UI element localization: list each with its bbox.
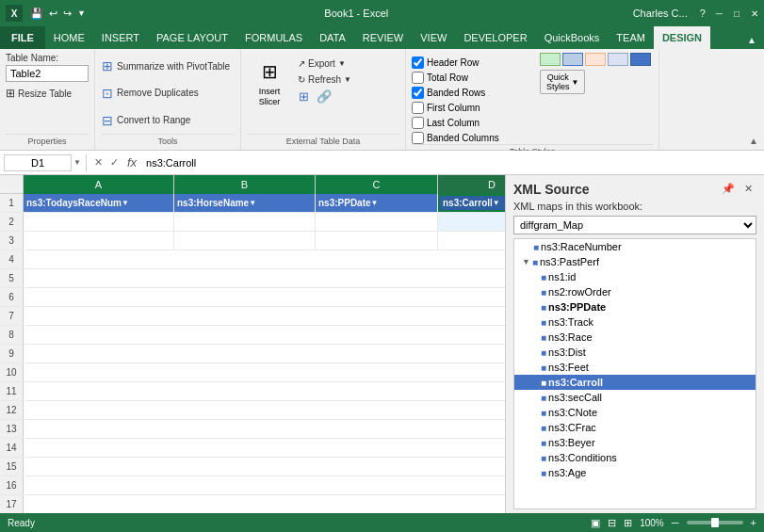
- header-row-check[interactable]: [412, 56, 424, 69]
- cell-c1[interactable]: ns3:PPDate ▼: [316, 194, 438, 212]
- tools-group: ⊞ Summarize with PivotTable ⊡ Remove Dup…: [95, 49, 241, 150]
- status-zoom-plus[interactable]: +: [751, 517, 756, 528]
- tab-design[interactable]: DESIGN: [654, 26, 710, 49]
- status-zoom-slider[interactable]: [687, 521, 743, 524]
- help-btn[interactable]: ?: [695, 6, 710, 21]
- cell-d1[interactable]: ns3:Carroll ▼: [438, 194, 505, 212]
- col-header-c[interactable]: C: [316, 175, 438, 194]
- quick-undo-btn[interactable]: ↩: [47, 6, 59, 22]
- convert-range-btn[interactable]: ⊟ Convert to Range: [101, 111, 235, 130]
- xml-tree-item-ppdate[interactable]: ■ ns3:PPDate: [514, 299, 756, 314]
- tab-file[interactable]: FILE: [0, 26, 45, 49]
- xml-tree-item-id[interactable]: ■ ns1:id: [514, 269, 756, 284]
- tab-view[interactable]: VIEW: [412, 26, 455, 49]
- remove-duplicates-btn[interactable]: ⊡ Remove Duplicates: [101, 84, 235, 103]
- table-data-btn2[interactable]: 🔗: [314, 89, 334, 105]
- tab-review[interactable]: REVIEW: [354, 26, 412, 49]
- col-header-a[interactable]: A: [24, 175, 174, 194]
- tab-team[interactable]: TEAM: [608, 26, 654, 49]
- row-num: 14: [0, 439, 24, 457]
- xml-tree-item-age[interactable]: ■ ns3:Age: [514, 465, 756, 480]
- formula-input[interactable]: [142, 155, 760, 170]
- xml-element-icon: ■: [541, 453, 546, 463]
- minimize-btn[interactable]: ─: [710, 7, 728, 21]
- table-name-input[interactable]: [6, 65, 89, 82]
- resize-icon: ⊞: [6, 87, 15, 100]
- col-header-b[interactable]: B: [174, 175, 316, 194]
- col-header-d[interactable]: D: [438, 175, 505, 194]
- tab-home[interactable]: HOME: [45, 26, 93, 49]
- grid-row: 3: [0, 232, 505, 250]
- tab-formulas[interactable]: FORMULAS: [236, 26, 311, 49]
- banded-cols-check[interactable]: [412, 132, 424, 144]
- total-row-check[interactable]: [412, 72, 424, 84]
- table-name-label: Table Name:: [6, 53, 89, 63]
- table-data-btn1[interactable]: ⊞: [296, 89, 312, 105]
- style-swatch[interactable]: [585, 53, 606, 66]
- xml-panel-pin-btn[interactable]: 📌: [718, 181, 739, 197]
- status-zoom-minus[interactable]: ─: [672, 517, 679, 528]
- formula-confirm-btn[interactable]: ✓: [107, 156, 122, 169]
- xml-tree-item-roworder[interactable]: ■ ns2:rowOrder: [514, 284, 756, 299]
- xml-tree: ■ ns3:RaceNumber ▼ ■ ns3:PastPerf ■ ns1:…: [513, 238, 756, 509]
- status-view-page-break[interactable]: ⊞: [624, 517, 632, 529]
- xml-item-label: ns3:CFrac: [548, 422, 596, 433]
- xml-tree-item-track[interactable]: ■ ns3:Track: [514, 314, 756, 330]
- status-view-normal[interactable]: ▣: [591, 517, 600, 529]
- xml-tree-item-carroll[interactable]: ■ ns3:Carroll: [514, 375, 756, 390]
- xml-tree-item-race[interactable]: ■ ns3:Race: [514, 330, 756, 345]
- close-btn[interactable]: ✕: [745, 7, 764, 21]
- xml-tree-item-racenum[interactable]: ■ ns3:RaceNumber: [514, 239, 756, 254]
- status-view-layout[interactable]: ⊟: [608, 517, 616, 529]
- xml-tree-item-feet[interactable]: ■ ns3:Feet: [514, 360, 756, 375]
- quick-save-btn[interactable]: 💾: [28, 6, 45, 22]
- style-swatch[interactable]: [540, 53, 561, 66]
- summarize-pivottable-btn[interactable]: ⊞ Summarize with PivotTable: [101, 56, 235, 75]
- xml-panel-close-btn[interactable]: ✕: [740, 181, 756, 197]
- xml-tree-item-beyer[interactable]: ■ ns3:Beyer: [514, 435, 756, 450]
- export-btn[interactable]: ↗ Export ▼: [296, 56, 353, 71]
- xml-item-label: ns3:PPDate: [548, 301, 606, 313]
- tab-insert[interactable]: INSERT: [93, 26, 148, 49]
- properties-group: Table Name: ⊞ Resize Table Properties: [0, 49, 95, 150]
- first-col-check[interactable]: [412, 102, 424, 114]
- grid-row: 6: [0, 288, 505, 307]
- formula-cancel-btn[interactable]: ✕: [91, 156, 106, 169]
- style-swatch[interactable]: [562, 53, 583, 66]
- tab-developer[interactable]: DEVELOPER: [455, 26, 535, 49]
- xml-tree-item-cnote[interactable]: ■ ns3:CNote: [514, 405, 756, 420]
- resize-table-btn[interactable]: ⊞ Resize Table: [6, 86, 72, 101]
- quick-customize-btn[interactable]: ▼: [75, 7, 88, 20]
- quick-styles-btn[interactable]: QuickStyles ▼: [540, 70, 585, 94]
- ribbon-toggle-btn[interactable]: ▲: [740, 31, 764, 49]
- xml-tree-item-seccall[interactable]: ■ ns3:secCall: [514, 390, 756, 405]
- tab-data[interactable]: DATA: [311, 26, 354, 49]
- cell-b1[interactable]: ns3:HorseName ▼: [174, 194, 316, 212]
- refresh-btn[interactable]: ↻ Refresh ▼: [296, 73, 353, 87]
- ribbon-collapse-btn[interactable]: ▲: [743, 132, 764, 150]
- banded-rows-check[interactable]: [412, 87, 424, 99]
- last-col-check[interactable]: [412, 117, 424, 129]
- restore-btn[interactable]: □: [728, 7, 745, 21]
- tab-quickbooks[interactable]: QuickBooks: [536, 26, 609, 49]
- xml-tree-item-dist[interactable]: ■ ns3:Dist: [514, 345, 756, 360]
- xml-tree-item-conditions[interactable]: ■ ns3:Conditions: [514, 450, 756, 465]
- xml-tree-item-cfrac[interactable]: ■ ns3:CFrac: [514, 420, 756, 435]
- xml-map-select[interactable]: diffgram_Map: [513, 216, 756, 234]
- style-swatch[interactable]: [630, 53, 651, 66]
- cell-a1[interactable]: ns3:TodaysRaceNum ▼: [24, 194, 174, 212]
- name-box[interactable]: [4, 154, 72, 171]
- xml-element-icon: ■: [541, 317, 546, 328]
- xml-tree-item-pastperf[interactable]: ▼ ■ ns3:PastPerf: [514, 254, 756, 269]
- xml-item-label: ns3:RaceNumber: [541, 241, 622, 252]
- style-swatch[interactable]: [608, 53, 628, 66]
- row-num: 17: [0, 495, 24, 513]
- tab-page-layout[interactable]: PAGE LAYOUT: [148, 26, 236, 49]
- row-num: 2: [0, 213, 24, 231]
- insert-slicer-btn[interactable]: ⊞ InsertSlicer: [247, 53, 292, 111]
- xml-element-icon: ■: [532, 257, 538, 267]
- grid-row: 9: [0, 345, 505, 363]
- name-box-dropdown-icon[interactable]: ▼: [73, 158, 81, 167]
- properties-label: Properties: [6, 134, 89, 146]
- quick-redo-btn[interactable]: ↪: [61, 6, 73, 22]
